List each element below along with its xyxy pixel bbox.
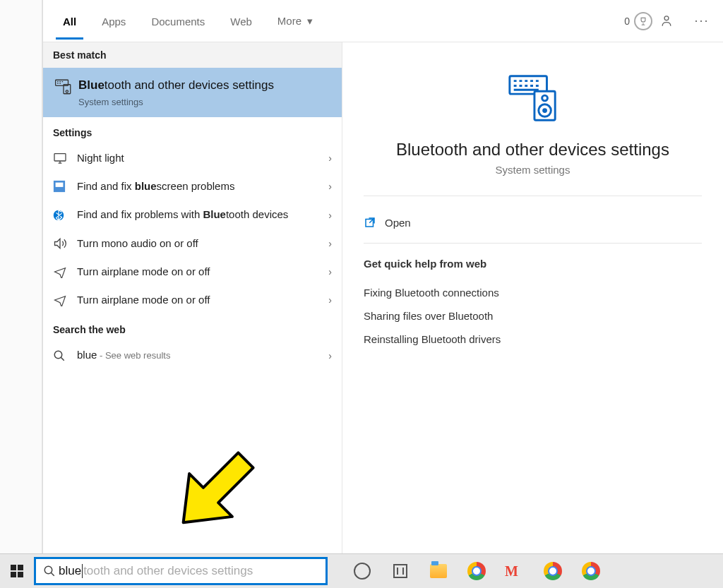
web-result[interactable]: blue - See web results ›: [43, 341, 342, 369]
section-settings-header: Settings: [43, 117, 342, 144]
section-best-match-header: Best match: [43, 42, 342, 68]
result-text: Turn airplane mode on or off: [77, 293, 328, 307]
settings-result-mono-audio[interactable]: Turn mono audio on or off ›: [43, 229, 342, 258]
tab-web[interactable]: Web: [223, 3, 259, 40]
windows-logo-icon: [11, 565, 23, 577]
result-text: Find and fix problems with Bluetooth dev…: [77, 208, 328, 222]
divider: [364, 196, 702, 196]
chevron-right-icon: ›: [328, 266, 332, 277]
taskbar-chrome-icon-3[interactable]: [580, 560, 602, 582]
taskbar: bluetooth and other devices settings M: [0, 553, 723, 588]
search-suggestion: tooth and other devices settings: [83, 564, 253, 577]
chevron-right-icon: ›: [328, 350, 332, 361]
divider: [364, 243, 702, 244]
svg-point-3: [66, 90, 68, 92]
chevron-right-icon: ›: [328, 294, 332, 306]
taskbar-search-box[interactable]: bluetooth and other devices settings: [34, 557, 328, 585]
results-left-column: Best match Bluetooth and other devices s…: [43, 42, 342, 553]
taskbar-cortana-icon[interactable]: [352, 560, 373, 582]
settings-result-airplane-1[interactable]: Turn airplane mode on or off ›: [43, 258, 342, 286]
open-label: Open: [385, 217, 411, 229]
help-link-fixing[interactable]: Fixing Bluetooth connections: [364, 281, 702, 304]
tab-all[interactable]: All: [56, 3, 83, 40]
taskbar-chrome-icon-1[interactable]: [466, 560, 487, 582]
rewards-points[interactable]: 0: [624, 12, 652, 30]
text-caret: [82, 564, 83, 578]
settings-result-bluescreen[interactable]: Find and fix bluescreen problems ›: [43, 172, 342, 200]
filter-tabs-row: All Apps Documents Web More ▾ 0 ···: [43, 0, 723, 42]
settings-result-night-light[interactable]: Night light ›: [43, 144, 342, 172]
chevron-right-icon: ›: [328, 210, 332, 221]
fixit-icon: [53, 180, 77, 193]
speaker-icon: [53, 237, 77, 250]
search-typed: blue: [59, 564, 81, 577]
settings-result-airplane-2[interactable]: Turn airplane mode on or off ›: [43, 286, 342, 314]
result-text: Turn airplane mode on or off: [77, 265, 328, 279]
preview-title: Bluetooth and other devices settings: [364, 140, 702, 160]
best-match-rest: tooth and other devices settings: [104, 78, 274, 92]
taskbar-pinned: M: [352, 560, 602, 582]
chevron-right-icon: ›: [328, 181, 332, 192]
taskbar-gmail-icon[interactable]: M: [504, 560, 525, 582]
help-link-sharing[interactable]: Sharing files over Bluetooth: [364, 304, 702, 328]
result-text: Find and fix bluescreen problems: [77, 179, 328, 193]
search-icon: [43, 565, 59, 577]
bluetooth-icon: [53, 208, 77, 222]
monitor-icon: [53, 152, 77, 164]
svg-rect-4: [54, 154, 66, 161]
devices-settings-large-icon: [506, 71, 561, 126]
help-link-reinstalling[interactable]: Reinstalling Bluetooth drivers: [364, 328, 702, 351]
tab-documents[interactable]: Documents: [144, 3, 212, 40]
feedback-icon[interactable]: [659, 14, 688, 28]
svg-point-13: [543, 109, 546, 112]
best-match-title: Bluetooth and other devices settings: [78, 78, 274, 94]
web-result-text: blue - See web results: [77, 348, 328, 362]
best-match-subtitle: System settings: [78, 97, 274, 107]
devices-settings-icon: [54, 78, 78, 96]
svg-rect-6: [56, 183, 64, 187]
result-text: Turn mono audio on or off: [77, 236, 328, 251]
open-icon: [364, 216, 385, 229]
open-action[interactable]: Open: [364, 210, 702, 243]
tab-apps[interactable]: Apps: [95, 3, 133, 40]
result-text: Night light: [77, 151, 328, 165]
taskbar-chrome-icon-2[interactable]: [542, 560, 563, 582]
search-results-window: All Apps Documents Web More ▾ 0 ··· Best…: [42, 0, 723, 553]
search-icon: [53, 349, 77, 362]
svg-point-15: [44, 566, 52, 574]
preview-subtitle: System settings: [364, 164, 702, 176]
chevron-down-icon: ▾: [307, 15, 313, 27]
best-match-bold: Blue: [78, 78, 104, 92]
start-button[interactable]: [0, 554, 34, 589]
help-section-header: Get quick help from web: [364, 258, 702, 270]
section-web-header: Search the web: [43, 314, 342, 341]
preview-pane: Bluetooth and other devices settings Sys…: [342, 42, 723, 553]
svg-point-0: [664, 16, 669, 20]
chevron-right-icon: ›: [328, 152, 332, 164]
more-options-icon[interactable]: ···: [688, 13, 716, 28]
trophy-icon: [634, 12, 652, 30]
window-left-gutter: [0, 0, 42, 553]
tab-more[interactable]: More ▾: [270, 2, 320, 40]
airplane-icon: [53, 294, 77, 306]
taskbar-task-view-icon[interactable]: [390, 560, 411, 582]
rewards-count: 0: [624, 16, 630, 27]
airplane-icon: [53, 265, 77, 278]
chevron-right-icon: ›: [328, 238, 332, 249]
tab-more-label: More: [277, 15, 301, 27]
search-text: bluetooth and other devices settings: [59, 564, 253, 579]
svg-point-8: [54, 351, 62, 359]
best-match-result[interactable]: Bluetooth and other devices settings Sys…: [43, 68, 342, 117]
taskbar-file-explorer-icon[interactable]: [428, 560, 449, 582]
settings-result-bluetooth-fix[interactable]: Find and fix problems with Bluetooth dev…: [43, 200, 342, 229]
